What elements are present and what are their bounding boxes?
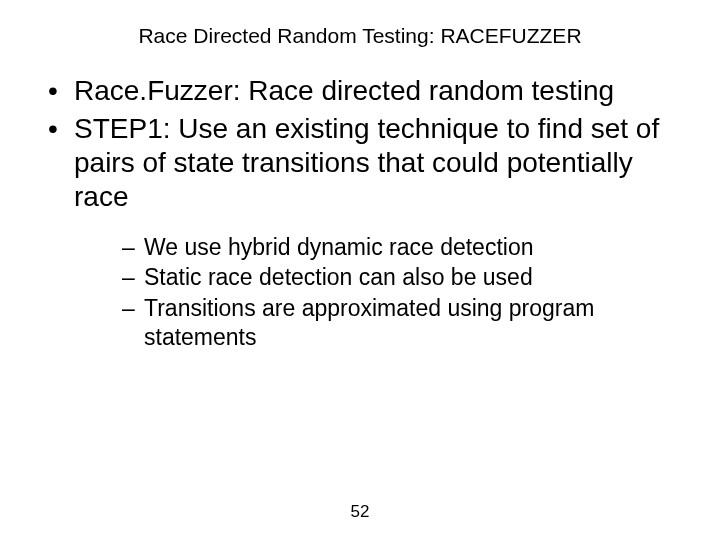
bullet-text: Race.Fuzzer: Race directed random testin… (74, 75, 614, 106)
sub-bullet-text: We use hybrid dynamic race detection (144, 234, 534, 260)
main-bullet-list: Race.Fuzzer: Race directed random testin… (48, 74, 682, 352)
bullet-item: STEP1: Use an existing technique to find… (48, 112, 682, 351)
bullet-text: STEP1: Use an existing technique to find… (74, 113, 659, 212)
sub-bullet-text: Transitions are approximated using progr… (144, 295, 594, 350)
bullet-item: Race.Fuzzer: Race directed random testin… (48, 74, 682, 108)
sub-bullet-item: We use hybrid dynamic race detection (122, 233, 682, 262)
sub-bullet-item: Static race detection can also be used (122, 263, 682, 292)
slide-title: Race Directed Random Testing: RACEFUZZER (28, 24, 692, 48)
sub-bullet-item: Transitions are approximated using progr… (122, 294, 682, 352)
page-number: 52 (0, 502, 720, 522)
sub-bullet-list: We use hybrid dynamic race detection Sta… (122, 233, 682, 352)
slide: Race Directed Random Testing: RACEFUZZER… (0, 0, 720, 540)
sub-bullet-text: Static race detection can also be used (144, 264, 533, 290)
